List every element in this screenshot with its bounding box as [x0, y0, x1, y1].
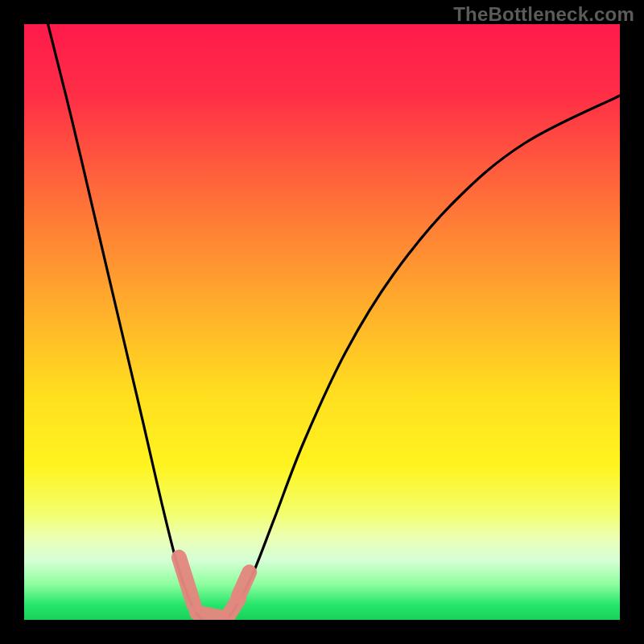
plot-area: [24, 24, 620, 620]
highlight-pill-3: [238, 572, 249, 597]
chart-frame: TheBottleneck.com: [0, 0, 644, 644]
highlight-pill-1: [197, 613, 221, 617]
gradient-background: [24, 24, 620, 620]
watermark-text: TheBottleneck.com: [453, 3, 634, 26]
chart-svg: [24, 24, 620, 620]
